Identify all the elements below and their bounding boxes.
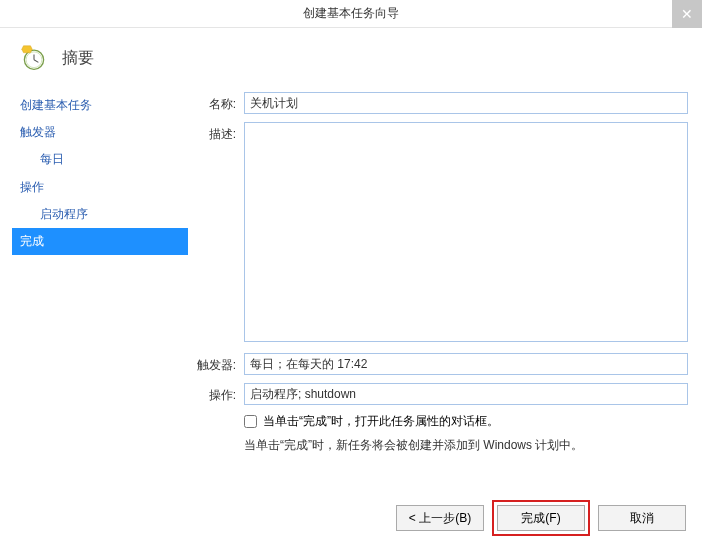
trigger-field[interactable] [244, 353, 688, 375]
wizard-footer: < 上一步(B) 完成(F) 取消 [396, 500, 686, 536]
name-field[interactable] [244, 92, 688, 114]
close-icon: ✕ [681, 6, 693, 22]
open-properties-label: 当单击“完成”时，打开此任务属性的对话框。 [263, 413, 499, 430]
step-start-program[interactable]: 启动程序 [12, 201, 188, 228]
trigger-label: 触发器: [194, 353, 244, 374]
step-daily[interactable]: 每日 [12, 146, 188, 173]
open-properties-checkbox[interactable] [244, 415, 257, 428]
description-field[interactable] [244, 122, 688, 342]
window-title: 创建基本任务向导 [303, 5, 399, 22]
finish-highlight: 完成(F) [492, 500, 590, 536]
name-label: 名称: [194, 92, 244, 113]
wizard-steps: 创建基本任务 触发器 每日 操作 启动程序 完成 [12, 92, 188, 455]
step-trigger[interactable]: 触发器 [12, 119, 188, 146]
clock-task-icon [20, 44, 48, 72]
description-label: 描述: [194, 122, 244, 143]
finish-button[interactable]: 完成(F) [497, 505, 585, 531]
step-action[interactable]: 操作 [12, 174, 188, 201]
page-title: 摘要 [62, 48, 94, 69]
step-create-basic-task[interactable]: 创建基本任务 [12, 92, 188, 119]
step-finish[interactable]: 完成 [12, 228, 188, 255]
svg-marker-4 [22, 46, 33, 53]
close-button[interactable]: ✕ [672, 0, 702, 28]
wizard-header: 摘要 [0, 28, 702, 92]
action-label: 操作: [194, 383, 244, 404]
finish-hint: 当单击“完成”时，新任务将会被创建并添加到 Windows 计划中。 [244, 436, 688, 455]
action-field[interactable] [244, 383, 688, 405]
cancel-button[interactable]: 取消 [598, 505, 686, 531]
back-button[interactable]: < 上一步(B) [396, 505, 484, 531]
titlebar: 创建基本任务向导 ✕ [0, 0, 702, 28]
summary-form: 名称: 描述: 触发器: 操作: 当单击“完成”时，打开此任务属性的对话框。 当… [188, 92, 702, 455]
